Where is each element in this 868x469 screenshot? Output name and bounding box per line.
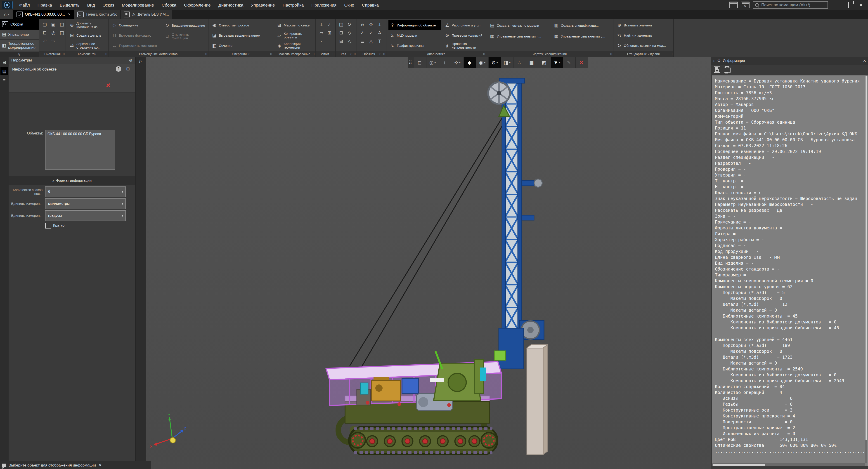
save-report-icon[interactable] (714, 66, 720, 73)
object-info-button[interactable]: ? Информация об объекте (389, 20, 441, 30)
close-button[interactable]: ✕ (856, 2, 866, 8)
group-drag-dots[interactable]: ∷ (354, 53, 355, 56)
group-drag-dots[interactable]: ∷ (333, 53, 334, 56)
menu-item[interactable]: Окно (340, 0, 358, 10)
insert-element-button[interactable]: ⊕ Вставить элемент (615, 20, 671, 30)
undo-icon[interactable]: ↶ (41, 38, 48, 44)
local-cs-icon[interactable]: ⊞ (326, 30, 333, 36)
letter-designation-icon[interactable]: A (376, 30, 383, 36)
distance-angle-button[interactable]: ∠ Расстояние и угол (443, 20, 484, 30)
list-tab-icon[interactable]: ≡ (0, 76, 8, 84)
pyramid-icon[interactable]: △ (346, 38, 353, 44)
angle-units-select[interactable]: градусы ▾ (45, 211, 126, 221)
engine-block[interactable] (371, 380, 401, 401)
ghost-display-icon[interactable]: ◇ (346, 30, 353, 36)
menu-item[interactable]: Правка (34, 0, 56, 10)
redo-icon[interactable]: ↷ (50, 38, 57, 44)
window-settings-icon[interactable]: ⚙ (741, 2, 749, 8)
gear-icon[interactable]: ⚙ (129, 58, 132, 63)
scrollbar-thumb[interactable] (866, 76, 867, 440)
auxiliary-axis-icon[interactable]: ⊥ (318, 21, 325, 28)
minimize-button[interactable]: ─ (831, 2, 840, 7)
mode-tab-solid-modeling[interactable]: ◧ Твердотельное моделирование (0, 39, 39, 52)
abort-icon[interactable]: ✕ (576, 57, 588, 68)
frame-select-icon[interactable]: ◻ (414, 57, 427, 68)
menu-item[interactable]: Эскиз (99, 0, 118, 10)
zoom-tools-icon[interactable]: ◎▾ (427, 57, 439, 68)
view-sphere-icon[interactable]: ◉▾ (476, 57, 489, 68)
group-drag-dots[interactable]: ∷ (383, 53, 385, 56)
app-logo-icon[interactable]: К (2, 1, 13, 9)
tree-icon[interactable]: ⊞ (126, 66, 130, 71)
close-tab-icon[interactable]: ✕ (68, 12, 71, 17)
eyedropper-icon[interactable]: ✎ (563, 57, 576, 68)
diameter-dimension-icon[interactable]: ⌀ (359, 21, 366, 28)
continuity-check-button[interactable]: ∮ Проверка непрерывности (443, 41, 484, 51)
objects-listbox[interactable]: ОКБ-441.00.00.00.00 СБ Бурова... (45, 130, 115, 169)
explode-parts-icon[interactable]: ◫ (338, 21, 345, 28)
tab-detal-bez-imeni[interactable]: ⚠ Деталь БЕЗ ИМ... (121, 10, 172, 19)
save-icon[interactable]: ◰ (59, 21, 65, 28)
explode-rotate-icon[interactable]: ↻ (346, 21, 353, 28)
menu-item[interactable]: Диагностика (215, 0, 247, 10)
menu-item[interactable]: Оформление (180, 0, 215, 10)
ribbon-collapse-chevron[interactable]: ≫ (0, 52, 39, 57)
section-button[interactable]: ◧ Сечение (211, 41, 271, 51)
simple-hole-button[interactable]: ◉ Отверстие простое (211, 20, 271, 30)
open-document-icon[interactable]: ▣ (50, 21, 57, 28)
group-drag-dots[interactable]: ∷ (313, 53, 314, 56)
move-component-button[interactable]: ↔ Переместить компонент (111, 41, 161, 51)
menu-item[interactable]: Моделирование (118, 0, 158, 10)
display-mode-icon[interactable]: ◆ (464, 57, 476, 68)
chevron-down-icon[interactable]: ▾ (379, 53, 380, 56)
group-drag-dots[interactable]: ∷ (105, 53, 107, 56)
leader-icon[interactable]: ≣ (359, 38, 366, 44)
variables-fx-button[interactable]: fx (136, 57, 146, 66)
length-units-select[interactable]: миллиметры ▾ (45, 198, 126, 209)
create-part-button[interactable]: ⊞ Создать деталь (68, 31, 106, 40)
roughness-icon[interactable]: △ (368, 38, 374, 44)
tab-okb-441[interactable]: ОКБ-441.00.00.00.00... ✕ (13, 10, 74, 19)
panel-drag-dots[interactable]: ∷ (713, 59, 715, 63)
cyan-unit[interactable] (361, 383, 368, 394)
layout-toggle-icon[interactable] (729, 2, 738, 8)
mode-tab-management[interactable]: ▤ Управление (0, 30, 39, 39)
doc-tree-icon[interactable]: ⊟ (0, 58, 8, 66)
manage-linked-specs-button[interactable]: ▦ Управление связанными с... (552, 31, 611, 41)
checkbox-box[interactable] (45, 223, 51, 228)
chevron-down-icon[interactable]: ▾ (350, 53, 351, 56)
cables[interactable] (350, 84, 513, 372)
spatial-point-icon[interactable]: ∙ (318, 38, 325, 44)
home-tab-button[interactable]: ⌂ ▾ (0, 10, 13, 19)
decimal-places-select[interactable]: 6 ▾ (45, 186, 126, 197)
curvature-graph-button[interactable]: ∿ График кривизны (389, 41, 441, 51)
parameters-tab-icon[interactable]: ▤ (0, 67, 8, 75)
save-as-icon[interactable]: ◱ (59, 30, 65, 36)
group-drag-dots[interactable]: ∷ (610, 53, 612, 56)
group-drag-dots[interactable]: ∷ (270, 53, 272, 56)
menu-item[interactable]: Приложения (308, 0, 340, 10)
crown-sheave[interactable] (488, 82, 510, 117)
menu-item[interactable]: Настройка (279, 0, 308, 10)
disable-fixation-button[interactable]: ⊔ Отключить фиксацию (163, 31, 206, 41)
pan-view-icon[interactable]: ↑ (439, 57, 451, 68)
section-display-icon[interactable]: ◨▾ (501, 57, 514, 68)
geometry-collection-button[interactable]: ◈ Коллекция геометрии (275, 41, 313, 51)
menu-item[interactable]: Управление (247, 0, 279, 10)
cut-extrude-button[interactable]: ◪ Вырезать выдавливанием (211, 31, 271, 40)
rotation-rotation-button[interactable]: ↻ Вращение-вращение (163, 20, 206, 31)
thread-designation-icon[interactable]: ⊘ (368, 21, 374, 28)
mast-lattice-tower[interactable] (499, 78, 544, 353)
menu-item[interactable]: Вид (84, 0, 99, 10)
drilling-rig-model[interactable]: Y X Z (146, 57, 711, 469)
create-specification-button[interactable]: ▥ Создать спецификаци... (552, 20, 611, 31)
brief-checkbox[interactable]: Кратко (45, 223, 64, 228)
tab-telega-kosti[interactable]: Телега Кости .a3d (74, 10, 121, 19)
command-search-input[interactable]: Поиск по командам (Alt+/) (753, 1, 828, 8)
menu-item[interactable]: Выделить (56, 0, 84, 10)
group-drag-dots[interactable]: ∷ (205, 53, 207, 56)
front-crawler-track[interactable] (349, 427, 497, 454)
restore-button[interactable] (844, 2, 853, 7)
coincidence-button[interactable]: ◇ Совпадение (111, 20, 161, 30)
list-item[interactable]: ОКБ-441.00.00.00.00 СБ Бурова... (45, 131, 115, 137)
